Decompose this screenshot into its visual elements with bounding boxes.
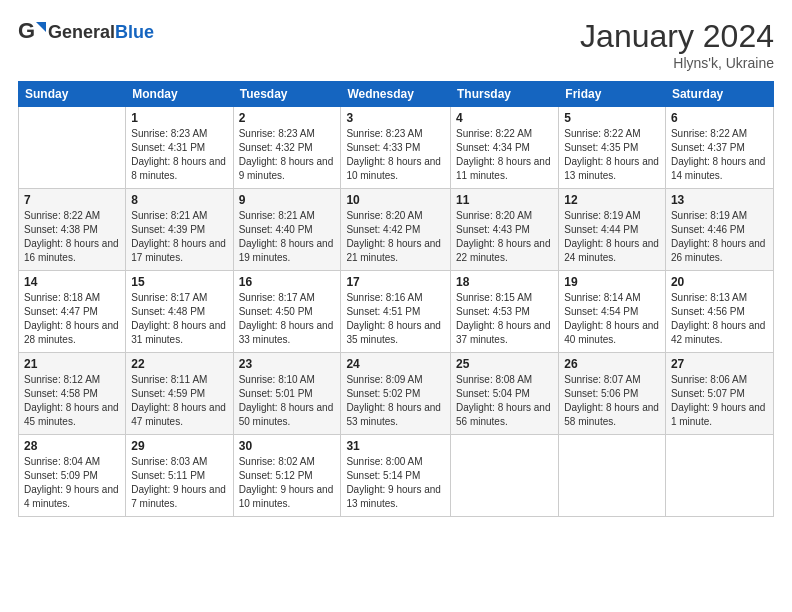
day-info: Sunrise: 8:17 AM Sunset: 4:50 PM Dayligh… <box>239 291 336 347</box>
sunset: Sunset: 4:46 PM <box>671 223 768 237</box>
daylight: Daylight: 8 hours and 17 minutes. <box>131 237 227 265</box>
daylight: Daylight: 8 hours and 26 minutes. <box>671 237 768 265</box>
sunrise: Sunrise: 8:22 AM <box>24 209 120 223</box>
svg-marker-1 <box>36 22 46 32</box>
day-info: Sunrise: 8:22 AM Sunset: 4:38 PM Dayligh… <box>24 209 120 265</box>
sunset: Sunset: 5:02 PM <box>346 387 445 401</box>
logo-icon: G <box>18 18 46 46</box>
sunset: Sunset: 4:44 PM <box>564 223 660 237</box>
day-number: 21 <box>24 357 120 371</box>
calendar-table: Sunday Monday Tuesday Wednesday Thursday… <box>18 81 774 517</box>
day-info: Sunrise: 8:14 AM Sunset: 4:54 PM Dayligh… <box>564 291 660 347</box>
calendar-week-4: 21 Sunrise: 8:12 AM Sunset: 4:58 PM Dayl… <box>19 353 774 435</box>
day-number: 28 <box>24 439 120 453</box>
calendar-week-5: 28 Sunrise: 8:04 AM Sunset: 5:09 PM Dayl… <box>19 435 774 517</box>
col-thursday: Thursday <box>450 82 558 107</box>
day-number: 3 <box>346 111 445 125</box>
sunset: Sunset: 4:39 PM <box>131 223 227 237</box>
day-info: Sunrise: 8:19 AM Sunset: 4:44 PM Dayligh… <box>564 209 660 265</box>
day-number: 1 <box>131 111 227 125</box>
calendar-cell: 3 Sunrise: 8:23 AM Sunset: 4:33 PM Dayli… <box>341 107 451 189</box>
day-info: Sunrise: 8:03 AM Sunset: 5:11 PM Dayligh… <box>131 455 227 511</box>
logo: G GeneralBlue <box>18 18 154 46</box>
day-info: Sunrise: 8:08 AM Sunset: 5:04 PM Dayligh… <box>456 373 553 429</box>
sunset: Sunset: 4:53 PM <box>456 305 553 319</box>
calendar-cell: 30 Sunrise: 8:02 AM Sunset: 5:12 PM Dayl… <box>233 435 341 517</box>
calendar-cell: 23 Sunrise: 8:10 AM Sunset: 5:01 PM Dayl… <box>233 353 341 435</box>
col-tuesday: Tuesday <box>233 82 341 107</box>
day-number: 18 <box>456 275 553 289</box>
calendar-week-3: 14 Sunrise: 8:18 AM Sunset: 4:47 PM Dayl… <box>19 271 774 353</box>
sunset: Sunset: 4:38 PM <box>24 223 120 237</box>
svg-text:G: G <box>18 18 35 43</box>
day-number: 13 <box>671 193 768 207</box>
day-info: Sunrise: 8:22 AM Sunset: 4:37 PM Dayligh… <box>671 127 768 183</box>
calendar-header-row: Sunday Monday Tuesday Wednesday Thursday… <box>19 82 774 107</box>
day-number: 22 <box>131 357 227 371</box>
day-number: 23 <box>239 357 336 371</box>
calendar-cell: 24 Sunrise: 8:09 AM Sunset: 5:02 PM Dayl… <box>341 353 451 435</box>
day-number: 5 <box>564 111 660 125</box>
daylight: Daylight: 8 hours and 37 minutes. <box>456 319 553 347</box>
daylight: Daylight: 9 hours and 7 minutes. <box>131 483 227 511</box>
daylight: Daylight: 8 hours and 56 minutes. <box>456 401 553 429</box>
sunrise: Sunrise: 8:23 AM <box>346 127 445 141</box>
calendar-cell: 19 Sunrise: 8:14 AM Sunset: 4:54 PM Dayl… <box>559 271 666 353</box>
daylight: Daylight: 8 hours and 31 minutes. <box>131 319 227 347</box>
calendar-cell: 31 Sunrise: 8:00 AM Sunset: 5:14 PM Dayl… <box>341 435 451 517</box>
day-number: 31 <box>346 439 445 453</box>
day-number: 10 <box>346 193 445 207</box>
daylight: Daylight: 9 hours and 13 minutes. <box>346 483 445 511</box>
col-friday: Friday <box>559 82 666 107</box>
sunrise: Sunrise: 8:14 AM <box>564 291 660 305</box>
sunset: Sunset: 4:56 PM <box>671 305 768 319</box>
sunrise: Sunrise: 8:20 AM <box>346 209 445 223</box>
calendar-cell: 21 Sunrise: 8:12 AM Sunset: 4:58 PM Dayl… <box>19 353 126 435</box>
day-info: Sunrise: 8:00 AM Sunset: 5:14 PM Dayligh… <box>346 455 445 511</box>
day-info: Sunrise: 8:20 AM Sunset: 4:43 PM Dayligh… <box>456 209 553 265</box>
daylight: Daylight: 8 hours and 42 minutes. <box>671 319 768 347</box>
day-number: 30 <box>239 439 336 453</box>
daylight: Daylight: 8 hours and 9 minutes. <box>239 155 336 183</box>
day-info: Sunrise: 8:10 AM Sunset: 5:01 PM Dayligh… <box>239 373 336 429</box>
daylight: Daylight: 8 hours and 53 minutes. <box>346 401 445 429</box>
sunrise: Sunrise: 8:12 AM <box>24 373 120 387</box>
day-number: 20 <box>671 275 768 289</box>
day-info: Sunrise: 8:07 AM Sunset: 5:06 PM Dayligh… <box>564 373 660 429</box>
sunset: Sunset: 5:12 PM <box>239 469 336 483</box>
sunset: Sunset: 5:04 PM <box>456 387 553 401</box>
sunset: Sunset: 4:47 PM <box>24 305 120 319</box>
day-info: Sunrise: 8:13 AM Sunset: 4:56 PM Dayligh… <box>671 291 768 347</box>
sunrise: Sunrise: 8:23 AM <box>239 127 336 141</box>
daylight: Daylight: 8 hours and 50 minutes. <box>239 401 336 429</box>
logo-general: General <box>48 22 115 42</box>
daylight: Daylight: 8 hours and 19 minutes. <box>239 237 336 265</box>
day-number: 9 <box>239 193 336 207</box>
calendar-cell: 20 Sunrise: 8:13 AM Sunset: 4:56 PM Dayl… <box>665 271 773 353</box>
sunrise: Sunrise: 8:07 AM <box>564 373 660 387</box>
calendar-cell <box>559 435 666 517</box>
sunrise: Sunrise: 8:21 AM <box>131 209 227 223</box>
col-sunday: Sunday <box>19 82 126 107</box>
day-number: 29 <box>131 439 227 453</box>
daylight: Daylight: 9 hours and 10 minutes. <box>239 483 336 511</box>
calendar-cell: 28 Sunrise: 8:04 AM Sunset: 5:09 PM Dayl… <box>19 435 126 517</box>
day-number: 24 <box>346 357 445 371</box>
sunset: Sunset: 4:35 PM <box>564 141 660 155</box>
day-number: 11 <box>456 193 553 207</box>
calendar-cell: 13 Sunrise: 8:19 AM Sunset: 4:46 PM Dayl… <box>665 189 773 271</box>
daylight: Daylight: 8 hours and 22 minutes. <box>456 237 553 265</box>
daylight: Daylight: 8 hours and 16 minutes. <box>24 237 120 265</box>
calendar-cell: 29 Sunrise: 8:03 AM Sunset: 5:11 PM Dayl… <box>126 435 233 517</box>
sunrise: Sunrise: 8:17 AM <box>239 291 336 305</box>
day-info: Sunrise: 8:22 AM Sunset: 4:35 PM Dayligh… <box>564 127 660 183</box>
month-title: January 2024 <box>580 18 774 55</box>
day-info: Sunrise: 8:21 AM Sunset: 4:40 PM Dayligh… <box>239 209 336 265</box>
day-info: Sunrise: 8:23 AM Sunset: 4:31 PM Dayligh… <box>131 127 227 183</box>
calendar-cell: 6 Sunrise: 8:22 AM Sunset: 4:37 PM Dayli… <box>665 107 773 189</box>
day-number: 25 <box>456 357 553 371</box>
day-info: Sunrise: 8:09 AM Sunset: 5:02 PM Dayligh… <box>346 373 445 429</box>
sunset: Sunset: 4:40 PM <box>239 223 336 237</box>
day-number: 14 <box>24 275 120 289</box>
day-number: 8 <box>131 193 227 207</box>
